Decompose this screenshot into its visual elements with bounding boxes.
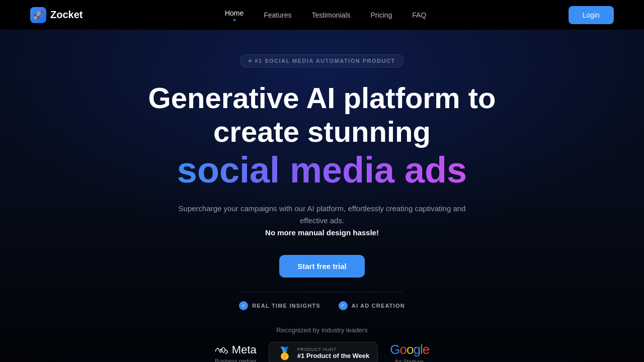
feature-label-aiad: AI AD CREATION (352, 303, 405, 309)
nav-link-home[interactable]: Home (225, 9, 244, 21)
meta-text: Meta (232, 343, 257, 356)
hero-subtitle-normal: Supercharge your campaigns with our AI p… (179, 204, 466, 225)
nav-item-testimonials[interactable]: Testimonials (311, 11, 350, 20)
hero-title-line1: Generative AI platform to create stunnin… (106, 81, 538, 148)
features-row: ✓ REAL TIME INSIGHTS ✓ AI AD CREATION (239, 301, 405, 310)
partner-meta: Meta Business partner (215, 343, 257, 362)
google-logo: Google (390, 342, 429, 357)
logo-icon: 🚀 (30, 7, 46, 23)
meta-logo: Meta (215, 343, 257, 357)
nav-item-pricing[interactable]: Pricing (371, 11, 392, 20)
meta-icon (215, 343, 229, 357)
partner-google: Google for Startups (390, 342, 429, 362)
partner-producthunt: 🥇 PRODUCT HUNT #1 Product of the Week (269, 342, 378, 362)
nav-link-testimonials[interactable]: Testimonials (311, 11, 350, 19)
hero-subtitle: Supercharge your campaigns with our AI p… (176, 203, 468, 239)
ph-label: PRODUCT HUNT (297, 347, 370, 352)
badge-dot (249, 59, 252, 62)
hero-divider (242, 292, 403, 292)
feature-realtime: ✓ REAL TIME INSIGHTS (239, 301, 320, 310)
ph-medal-icon: 🥇 (277, 346, 292, 360)
navbar: 🚀 Zocket Home Features Testimonials Pric… (0, 0, 644, 30)
hero-badge: #1 SOCIAL MEDIA AUTOMATION PRODUCT (240, 54, 404, 67)
meta-sub: Business partner (215, 358, 257, 362)
cta-button[interactable]: Start free trial (279, 255, 365, 278)
ph-text: PRODUCT HUNT #1 Product of the Week (297, 347, 370, 359)
nav-link-faq[interactable]: FAQ (412, 11, 426, 19)
hero-title-line2: social media ads (177, 150, 467, 190)
login-button[interactable]: Login (569, 6, 614, 24)
feature-check-aiad: ✓ (339, 301, 348, 310)
partners-row: Meta Business partner 🥇 PRODUCT HUNT #1 … (215, 342, 429, 362)
logo[interactable]: 🚀 Zocket (30, 7, 83, 23)
nav-links: Home Features Testimonials Pricing FAQ (225, 9, 426, 21)
nav-link-features[interactable]: Features (264, 11, 291, 19)
badge-text: #1 SOCIAL MEDIA AUTOMATION PRODUCT (255, 58, 395, 64)
hero-section: #1 SOCIAL MEDIA AUTOMATION PRODUCT Gener… (0, 30, 644, 362)
feature-aiad: ✓ AI AD CREATION (339, 301, 405, 310)
google-sub: for Startups (395, 358, 424, 362)
nav-item-features[interactable]: Features (264, 11, 291, 20)
nav-link-pricing[interactable]: Pricing (371, 11, 392, 19)
recognized-label: Recognized by industry leaders (276, 326, 367, 334)
ph-title: #1 Product of the Week (297, 352, 370, 359)
nav-item-home[interactable]: Home (225, 9, 244, 21)
logo-text: Zocket (50, 9, 83, 21)
feature-check-realtime: ✓ (239, 301, 248, 310)
feature-label-realtime: REAL TIME INSIGHTS (252, 303, 320, 309)
nav-item-faq[interactable]: FAQ (412, 11, 426, 20)
hero-subtitle-bold: No more manual design hassle! (265, 228, 379, 237)
